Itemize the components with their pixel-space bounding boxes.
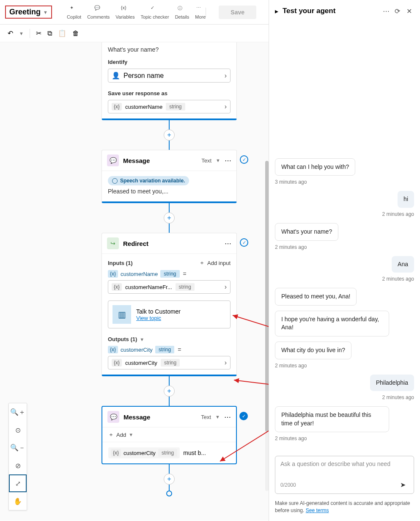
undo-button[interactable]: ↶ bbox=[8, 29, 13, 37]
chevron-right-icon: › bbox=[225, 103, 227, 110]
details-button[interactable]: ⓘ Details bbox=[175, 5, 189, 19]
type-label[interactable]: Text bbox=[201, 157, 211, 164]
char-counter: 0/2000 bbox=[280, 482, 296, 488]
topic-title[interactable]: Greeting ▼ bbox=[5, 6, 52, 19]
node-title: Message bbox=[124, 413, 197, 421]
zoom-out-button[interactable]: 🔍－ bbox=[9, 439, 27, 457]
scrollbar-thumb[interactable] bbox=[265, 161, 269, 432]
output-mapping-field[interactable]: {x} customerCity string › bbox=[108, 356, 231, 369]
authoring-canvas[interactable]: What's your name? Identify 👤 Person name… bbox=[0, 42, 269, 521]
connector bbox=[169, 120, 170, 130]
topic-title-text: Greeting bbox=[9, 8, 41, 17]
canvas-scrollbar[interactable] bbox=[265, 161, 269, 491]
chevron-right-icon: › bbox=[225, 283, 227, 291]
message-node-2[interactable]: ✓ 💬 Message Text ▼ ⋯ ＋ Add ▼ {x} bbox=[102, 406, 237, 464]
chevron-down-icon: ▼ bbox=[215, 414, 220, 419]
chevron-down-icon[interactable]: ▼ bbox=[140, 337, 144, 342]
topic-icon: ▥ bbox=[113, 305, 131, 324]
cut-button[interactable]: ✂ bbox=[36, 29, 41, 37]
undo-dropdown[interactable]: ▼ bbox=[19, 31, 24, 36]
add-node-button[interactable]: + bbox=[164, 130, 175, 141]
user-message: Ana bbox=[275, 256, 414, 273]
message-bubble: What city do you live in? bbox=[275, 342, 351, 359]
variable-icon: {x} bbox=[112, 359, 122, 367]
paste-button[interactable]: 📋 bbox=[58, 29, 66, 37]
more-icon[interactable]: ⋯ bbox=[224, 413, 231, 421]
speech-icon bbox=[112, 178, 118, 184]
message-node-1[interactable]: ✓ 💬 Message Text ▼ ⋯ Speech variation av… bbox=[102, 150, 237, 203]
topic-checker-button[interactable]: ✓ Topic checker bbox=[140, 5, 169, 19]
redirect-topic-card[interactable]: ▥ Talk to Customer View topic bbox=[108, 300, 231, 328]
copy-button[interactable]: ⧉ bbox=[47, 30, 52, 37]
redirect-icon: ↪ bbox=[107, 237, 119, 249]
chevron-down-icon: ▼ bbox=[129, 432, 133, 437]
connector bbox=[169, 376, 170, 386]
variable-name: customerName bbox=[125, 104, 162, 110]
chevron-down-icon: ▼ bbox=[43, 10, 48, 15]
chat-placeholder: Ask a question or describe what you need bbox=[280, 460, 409, 477]
chevron-right-icon[interactable]: ▸ bbox=[275, 7, 278, 15]
timestamp: 2 minutes ago bbox=[275, 363, 414, 369]
identify-field[interactable]: 👤 Person name › bbox=[108, 69, 231, 83]
reset-button[interactable]: ⊘ bbox=[9, 457, 27, 474]
connector bbox=[169, 223, 170, 233]
add-node-button[interactable]: + bbox=[164, 212, 175, 223]
type-label[interactable]: Text bbox=[201, 414, 211, 420]
hand-button[interactable]: ✋ bbox=[9, 492, 27, 510]
test-panel: ▸ Test your agent ⋯ ⟳ ✕ What can I help … bbox=[269, 0, 420, 521]
connector bbox=[169, 203, 170, 212]
message-bubble: Pleased to meet you, Ana! bbox=[275, 288, 357, 306]
connector bbox=[169, 485, 170, 491]
add-variation-button[interactable]: ＋ Add ▼ bbox=[108, 431, 230, 438]
fit-button[interactable]: ⊙ bbox=[9, 421, 27, 439]
add-node-button[interactable]: + bbox=[164, 386, 175, 397]
info-icon: ⓘ bbox=[178, 5, 186, 14]
refresh-icon[interactable]: ⟳ bbox=[395, 7, 402, 15]
send-icon[interactable]: ➤ bbox=[400, 481, 409, 489]
variable-icon: {x} bbox=[108, 270, 118, 278]
save-as-field[interactable]: {x} customerName string › bbox=[108, 100, 231, 113]
more-button[interactable]: ⋯ More bbox=[195, 5, 206, 19]
add-node-button[interactable]: + bbox=[164, 474, 175, 485]
bot-message: Philadelphia must be beautiful this time… bbox=[275, 406, 414, 432]
comments-button[interactable]: 💬 Comments bbox=[87, 5, 110, 19]
more-icon[interactable]: ⋯ bbox=[225, 157, 231, 165]
copilot-button[interactable]: ✦ Copilot bbox=[67, 5, 81, 19]
message-bubble: What's your name? bbox=[275, 223, 338, 241]
question-node[interactable]: What's your name? Identify 👤 Person name… bbox=[102, 42, 237, 120]
person-icon: 👤 bbox=[112, 72, 120, 80]
variables-button[interactable]: {x} Variables bbox=[115, 5, 135, 19]
message-bubble: Philadelphia bbox=[370, 375, 414, 391]
chat-input[interactable]: Ask a question or describe what you need… bbox=[275, 456, 414, 494]
more-icon[interactable]: ⋯ bbox=[225, 240, 231, 248]
save-button[interactable]: Save bbox=[219, 6, 256, 19]
inputs-label: Inputs (1) bbox=[108, 260, 133, 266]
variable-chip[interactable]: {x} customerCity string bbox=[108, 447, 180, 458]
message-bubble: I hope you're having a wonderful day, An… bbox=[275, 311, 389, 336]
redirect-node[interactable]: ✓ ↪ Redirect ⋯ Inputs (1) ＋ Add input {x… bbox=[102, 233, 237, 376]
user-message: Philadelphia bbox=[275, 375, 414, 391]
add-input-button[interactable]: ＋ Add input bbox=[199, 259, 231, 267]
timestamp: 2 minutes ago bbox=[275, 394, 414, 400]
chevron-down-icon: ▼ bbox=[216, 158, 220, 163]
message-suffix: must b... bbox=[183, 449, 206, 456]
more-icon[interactable]: ⋯ bbox=[383, 7, 390, 15]
message-bubble: hi bbox=[398, 191, 414, 208]
close-icon[interactable]: ✕ bbox=[406, 7, 414, 15]
cursor-button[interactable]: ⤢ bbox=[9, 474, 27, 492]
delete-button[interactable]: 🗑 bbox=[72, 30, 79, 37]
zoom-in-button[interactable]: 🔍＋ bbox=[9, 403, 27, 421]
equals: = bbox=[183, 270, 187, 277]
outputs-label: Outputs (1) bbox=[108, 336, 137, 342]
speech-variation-badge[interactable]: Speech variation available. bbox=[108, 176, 189, 185]
divider bbox=[30, 29, 30, 38]
plus-icon: ＋ bbox=[108, 431, 114, 438]
bot-message: Pleased to meet you, Ana! bbox=[275, 288, 414, 306]
input-mapping-field[interactable]: {x} customerNameFr... string › bbox=[108, 280, 231, 294]
timestamp: 2 minutes ago bbox=[275, 436, 414, 441]
bot-message: What city do you live in? bbox=[275, 342, 414, 359]
view-topic-link[interactable]: View topic bbox=[136, 315, 181, 321]
message-bubble: Philadelphia must be beautiful this time… bbox=[275, 406, 389, 432]
see-terms-link[interactable]: See terms bbox=[306, 507, 329, 513]
message-content: Pleased to meet you,... bbox=[108, 185, 231, 196]
